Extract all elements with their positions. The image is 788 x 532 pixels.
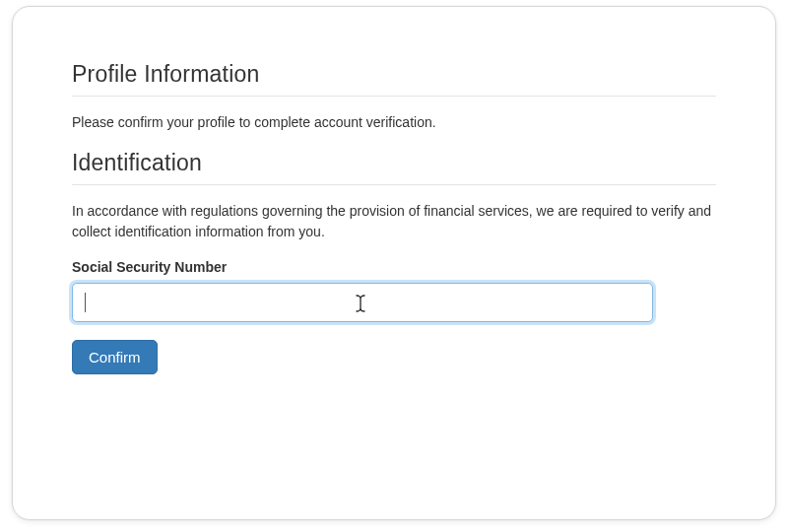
profile-heading: Profile Information <box>72 61 716 97</box>
verification-form-window: Profile Information Please confirm your … <box>12 6 776 520</box>
profile-description: Please confirm your profile to complete … <box>72 112 716 132</box>
ssn-input[interactable] <box>72 283 653 322</box>
ssn-label: Social Security Number <box>72 259 716 275</box>
identification-heading: Identification <box>72 150 716 185</box>
confirm-button[interactable]: Confirm <box>72 340 158 374</box>
ssn-input-wrap <box>72 283 716 322</box>
identification-description: In accordance with regulations governing… <box>72 201 716 241</box>
